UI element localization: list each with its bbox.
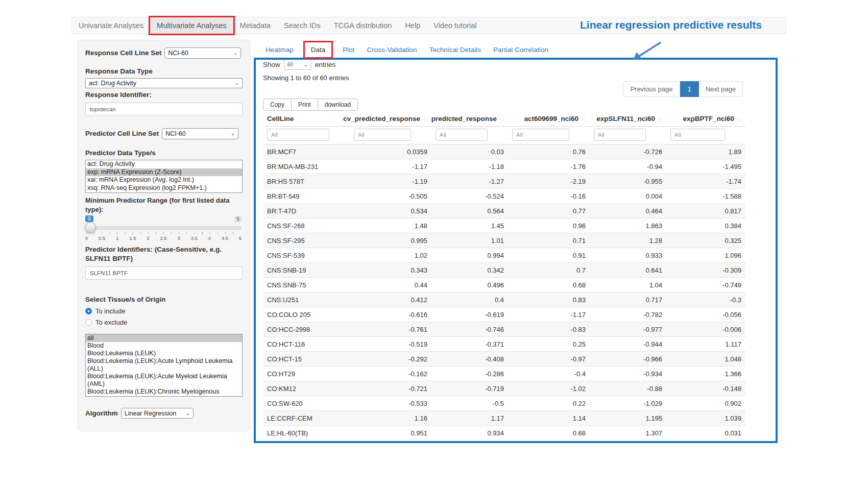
column-filter-input[interactable] (594, 129, 646, 141)
table-row[interactable]: CNS:SNB-750.440.4960.681.04-0.749 (263, 278, 745, 292)
table-row[interactable]: CO:KM12-0.721-0.719-1.02-0.88-0.148 (263, 381, 745, 396)
tab-cross-validation[interactable]: Cross-Validation (361, 42, 423, 57)
value-cell: 0.817 (666, 204, 745, 218)
previous-page-button[interactable]: Previous page (623, 81, 680, 97)
table-row[interactable]: CNS:SF-5391.020.9940.910.9331.096 (263, 248, 745, 263)
table-row[interactable]: CO:HCT-116-0.519-0.3710.25-0.9441.117 (263, 337, 745, 352)
column-filter-input[interactable] (354, 129, 411, 141)
algorithm-select[interactable]: Linear Regression ⌄ (121, 408, 194, 419)
table-row[interactable]: BR:HS 578T-1.19-1.27-2.19-0.955-1.74 (263, 174, 745, 189)
nav-item[interactable]: Metadata (233, 17, 277, 34)
table-row[interactable]: CNS:SF-2950.9951.010.711.280.325 (263, 233, 745, 248)
response-cell-line-set-select[interactable]: NCI-60 ⌄ (164, 47, 241, 59)
table-row[interactable]: LE:CCRF-CEM1.161.171.141.1951.039 (263, 411, 745, 426)
table-row[interactable]: CO:COLO 205-0.616-0.619-1.17-0.782-0.056 (263, 307, 745, 322)
slider-track[interactable] (85, 226, 242, 230)
nav-item[interactable]: Video tutorial (427, 17, 483, 34)
tissue-radio-to-exclude[interactable]: To exclude (85, 318, 243, 327)
listbox-option[interactable]: exp: mRNA Expression (Z-Score) (86, 168, 242, 177)
table-row[interactable]: CO:SW-620-0.533-0.50.22-1.0290.902 (263, 396, 745, 411)
listbox-option[interactable]: Blood:Leukemia (LEUK):Acute Lymphoid Leu… (86, 357, 242, 373)
value-cell: -0.94 (590, 159, 666, 174)
copy-button[interactable]: Copy (263, 99, 292, 111)
table-row[interactable]: CO:HT29-0.162-0.286-0.4-0.9341.366 (263, 367, 745, 381)
tab-plot[interactable]: Plot (336, 42, 360, 57)
nav-item[interactable]: TCGA distribution (327, 17, 399, 34)
column-filter-input[interactable] (670, 129, 725, 141)
listbox-option[interactable]: Blood:Leukemia (LEUK):Acute Myeloid Leuk… (86, 373, 242, 388)
value-cell: -0.148 (666, 381, 745, 396)
nav-item[interactable]: Multivariate Analyses (150, 17, 233, 34)
listbox-option[interactable]: Blood (86, 342, 242, 350)
download-button[interactable]: download (318, 99, 358, 111)
tab-technical-details[interactable]: Technical Details (423, 42, 487, 57)
table-row[interactable]: BR:MDA-MB-231-1.17-1.18-1.76-0.94-1.495 (263, 159, 745, 174)
table-row[interactable]: CO:HCT-15-0.292-0.408-0.97-0.9661.048 (263, 352, 745, 367)
sort-icon[interactable]: ↑↓ (581, 116, 586, 122)
value-cell: 0.342 (431, 263, 508, 278)
table-row[interactable]: LE:HL-60(TB)0.9510.9340.681.3070.031 (263, 426, 745, 441)
next-page-button[interactable]: Next page (699, 81, 743, 97)
nav-item[interactable]: Univariate Analyses (72, 17, 150, 34)
radio-label: To exclude (95, 319, 127, 326)
column-header[interactable]: CellLine↑↓ (263, 111, 350, 127)
column-header[interactable]: expBPTF_nci60↑↓ (666, 111, 745, 127)
tab-data[interactable]: Data (305, 42, 332, 57)
value-cell: -1.74 (666, 174, 745, 189)
listbox-option[interactable]: xai: mRNA Expression (Avg. log2 Int.) (86, 176, 242, 184)
column-header[interactable]: predicted_response↑↓ (431, 111, 508, 127)
listbox-option[interactable]: Blood:Leukemia (LEUK) (86, 350, 242, 357)
table-row[interactable]: CNS:U2510.4120.40.830.717-0.3 (263, 292, 745, 307)
column-header[interactable]: cv_predicted_response↑↓ (350, 111, 431, 127)
value-cell: -0.5 (431, 396, 508, 411)
predictor-cell-line-set-select[interactable]: NCI-60 ⌄ (162, 128, 238, 139)
cell-line-cell: LE:HL-60(TB) (263, 426, 350, 441)
column-filter-input[interactable] (512, 129, 569, 141)
predictor-identifiers-input[interactable] (85, 266, 243, 280)
sort-icon[interactable]: ↑↓ (423, 116, 427, 122)
column-header-label: act609699_nci60 (524, 115, 578, 123)
radio-icon[interactable] (85, 308, 92, 314)
column-header-label: CellLine (267, 115, 294, 123)
cell-line-cell: CO:HCT-116 (263, 337, 350, 352)
nav-item[interactable]: Search IDs (277, 17, 327, 34)
table-row[interactable]: BR:MCF70.03590.030.76-0.7261.89 (263, 144, 745, 159)
response-identifier-input[interactable] (85, 103, 243, 116)
table-row[interactable]: CNS:SF-2681.481.450.961.8630.384 (263, 218, 745, 233)
column-header[interactable]: expSLFN11_nci60↑↓ (590, 111, 666, 127)
page-length-select[interactable]: 60 ⌄ (284, 59, 311, 70)
listbox-option[interactable]: Blood:Leukemia (LEUK):Chronic Myelogenou… (86, 388, 242, 397)
listbox-option[interactable]: xsq: RNA-seq Expression (log2 FPKM+1.) (86, 184, 242, 192)
value-cell: -0.746 (431, 322, 508, 337)
radio-icon[interactable] (85, 319, 92, 326)
min-predictor-range-slider[interactable]: 0 5 00.511.522.533.544.55 (85, 215, 242, 242)
table-row[interactable]: CNS:SNB-190.3430.3420.70.641-0.309 (263, 263, 745, 278)
tab-heatmap[interactable]: Heatmap (259, 42, 300, 57)
column-filter-input[interactable] (267, 129, 329, 141)
tab-partial-correlation[interactable]: Partial Correlation (487, 42, 554, 57)
table-row[interactable]: CO:HCC-2998-0.761-0.746-0.83-0.977-0.006 (263, 322, 745, 337)
print-button[interactable]: Print (292, 99, 318, 111)
tissue-listbox[interactable]: allBloodBlood:Leukemia (LEUK)Blood:Leuke… (85, 334, 243, 397)
value-cell: -0.749 (666, 278, 745, 292)
sort-icon[interactable]: ↑↓ (737, 116, 741, 122)
value-cell: 0.96 (508, 218, 590, 233)
tissue-radio-to-include[interactable]: To include (85, 307, 243, 315)
current-page-button[interactable]: 1 (680, 81, 699, 97)
data-panel: Show 60 ⌄ entries Showing 1 to 60 of 60 … (254, 58, 778, 443)
value-cell: 0.03 (431, 144, 508, 159)
column-header[interactable]: act609699_nci60↑↓ (508, 111, 590, 127)
table-row[interactable]: BR:T-47D0.5340.5640.770.4640.817 (263, 204, 745, 218)
sort-icon[interactable]: ↑↓ (658, 116, 662, 122)
value-cell: 0.7 (508, 263, 590, 278)
column-filter-input[interactable] (436, 129, 488, 141)
table-row[interactable]: BR:BT-549-0.505-0.524-0.160.004-1.588 (263, 189, 745, 204)
value-cell: 0.44 (350, 278, 431, 292)
value-cell: 0.031 (666, 426, 745, 441)
nav-item[interactable]: Help (398, 17, 427, 34)
listbox-option[interactable]: all (86, 334, 242, 342)
predictor-data-types-listbox[interactable]: act: Drug Activityexp: mRNA Expression (… (85, 160, 243, 193)
listbox-option[interactable]: act: Drug Activity (86, 160, 242, 168)
response-data-type-select[interactable]: act: Drug Activity ⌄ (85, 78, 243, 88)
sort-icon[interactable]: ↑↓ (499, 116, 504, 122)
